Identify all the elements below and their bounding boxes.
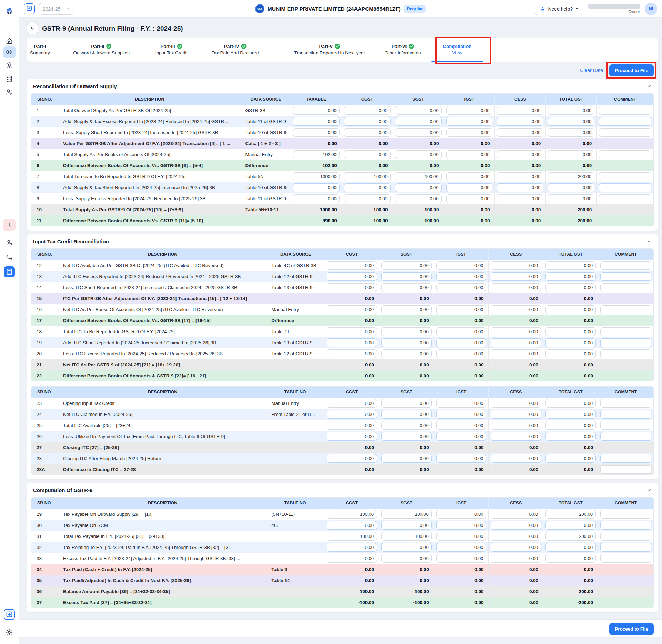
igst-input[interactable] (446, 117, 493, 126)
cgst-input[interactable] (327, 338, 377, 347)
sgst-input[interactable] (381, 261, 432, 270)
sgst-input[interactable] (381, 554, 432, 563)
total-gst-input[interactable] (548, 172, 594, 181)
tab-computation-view[interactable]: ComputationView (443, 38, 471, 62)
cess-input[interactable] (491, 421, 541, 430)
cess-input[interactable] (491, 283, 541, 292)
taxable-input[interactable] (293, 172, 340, 181)
igst-input[interactable] (446, 172, 493, 181)
sgst-input[interactable] (381, 510, 432, 519)
cgst-input[interactable] (344, 194, 391, 203)
tab-part-iv-tax-paid-and-declared[interactable]: Part-IVTax Paid And Declared (212, 38, 259, 62)
cgst-input[interactable] (344, 172, 391, 181)
comment-input[interactable] (600, 421, 651, 430)
igst-input[interactable] (436, 543, 487, 552)
cgst-input[interactable] (327, 432, 377, 441)
total-gst-input[interactable] (548, 183, 594, 192)
cgst-input[interactable] (344, 106, 391, 115)
total-gst-input[interactable] (548, 117, 594, 126)
sidebar-item-home[interactable] (3, 35, 16, 47)
comment-input[interactable] (599, 194, 651, 203)
cgst-input[interactable] (327, 305, 377, 314)
cgst-input[interactable] (327, 272, 377, 281)
total-gst-input[interactable] (545, 305, 596, 314)
cess-input[interactable] (491, 305, 541, 314)
total-gst-input[interactable] (545, 421, 596, 430)
total-gst-input[interactable] (545, 327, 596, 336)
taxable-input[interactable] (293, 194, 340, 203)
cess-input[interactable] (497, 194, 543, 203)
cess-input[interactable] (497, 172, 543, 181)
cgst-input[interactable] (327, 521, 377, 530)
cgst-input[interactable] (327, 283, 377, 292)
total-gst-input[interactable] (545, 543, 596, 552)
sgst-input[interactable] (395, 117, 442, 126)
sidebar-item-settings-bottom[interactable] (3, 626, 16, 638)
sidebar-item-support[interactable] (3, 609, 16, 620)
cess-input[interactable] (497, 106, 543, 115)
comment-input[interactable] (599, 150, 651, 159)
total-gst-input[interactable] (545, 349, 596, 358)
igst-input[interactable] (446, 183, 493, 192)
sgst-input[interactable] (381, 305, 432, 314)
cgst-input[interactable] (327, 532, 377, 541)
sidebar-item-users[interactable] (3, 86, 16, 98)
comment-input[interactable] (599, 128, 651, 137)
cess-input[interactable] (497, 183, 543, 192)
compose-edit-button[interactable] (24, 3, 35, 14)
total-gst-input[interactable] (545, 272, 596, 281)
igst-input[interactable] (446, 194, 493, 203)
cgst-input[interactable] (327, 410, 377, 419)
cgst-input[interactable] (344, 117, 391, 126)
tab-part-i-summary[interactable]: Part-ISummary (30, 38, 50, 62)
cgst-input[interactable] (344, 150, 391, 159)
sidebar-item-settings[interactable] (3, 59, 16, 71)
sgst-input[interactable] (381, 283, 432, 292)
tab-part-v-transaction-reported-in-next-year[interactable]: Part-VTransaction Reported In Next year (294, 38, 365, 62)
comment-input[interactable] (600, 272, 651, 281)
cgst-input[interactable] (327, 510, 377, 519)
cgst-input[interactable] (327, 454, 377, 463)
comment-input[interactable] (600, 305, 651, 314)
total-gst-input[interactable] (545, 283, 596, 292)
tab-part-vi-other-information[interactable]: Part-VIOther Information (384, 38, 421, 62)
taxable-input[interactable] (293, 183, 340, 192)
taxable-input[interactable] (293, 128, 340, 137)
comment-input[interactable] (600, 554, 651, 563)
igst-input[interactable] (446, 150, 493, 159)
comment-input[interactable] (599, 117, 651, 126)
sidebar-item-database[interactable] (3, 73, 16, 85)
cgst-input[interactable] (327, 554, 377, 563)
total-gst-input[interactable] (545, 410, 596, 419)
cgst-input[interactable] (327, 261, 377, 270)
cess-input[interactable] (491, 338, 541, 347)
sgst-input[interactable] (381, 272, 432, 281)
comment-input[interactable] (600, 454, 651, 463)
avatar[interactable]: NI (645, 3, 657, 15)
cgst-input[interactable] (344, 183, 391, 192)
total-gst-input[interactable] (548, 106, 594, 115)
total-gst-input[interactable] (545, 554, 596, 563)
sgst-input[interactable] (381, 327, 432, 336)
clear-data-link[interactable]: Clear Data (580, 68, 603, 73)
sgst-input[interactable] (381, 421, 432, 430)
total-gst-input[interactable] (548, 194, 594, 203)
sgst-input[interactable] (381, 338, 432, 347)
igst-input[interactable] (436, 399, 487, 408)
sgst-input[interactable] (381, 521, 432, 530)
sgst-input[interactable] (381, 432, 432, 441)
cgst-input[interactable] (327, 349, 377, 358)
comment-input[interactable] (600, 543, 651, 552)
igst-input[interactable] (436, 532, 487, 541)
igst-input[interactable] (436, 349, 487, 358)
sgst-input[interactable] (381, 399, 432, 408)
igst-input[interactable] (446, 106, 493, 115)
collapse-chevron-icon[interactable] (646, 84, 652, 89)
comment-input[interactable] (600, 261, 651, 270)
cgst-input[interactable] (327, 421, 377, 430)
cess-input[interactable] (491, 432, 541, 441)
sidebar-item-app-tile[interactable] (3, 266, 16, 278)
comment-input[interactable] (599, 106, 651, 115)
comment-input[interactable] (600, 327, 651, 336)
total-gst-input[interactable] (545, 261, 596, 270)
